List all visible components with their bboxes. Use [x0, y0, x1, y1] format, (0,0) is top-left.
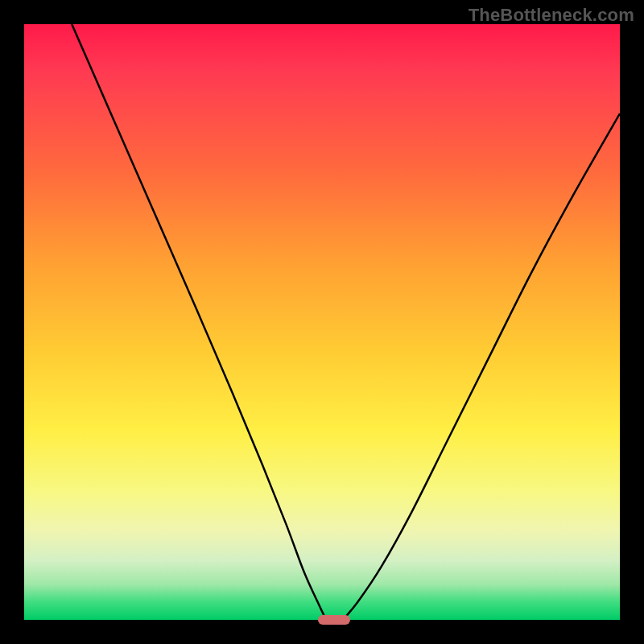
chart-plot-area — [24, 24, 620, 620]
watermark-text: TheBottleneck.com — [469, 5, 634, 26]
optimal-marker — [318, 615, 350, 625]
bottleneck-curve — [24, 24, 620, 620]
curve-left-branch — [72, 24, 326, 620]
curve-right-branch — [343, 114, 620, 620]
